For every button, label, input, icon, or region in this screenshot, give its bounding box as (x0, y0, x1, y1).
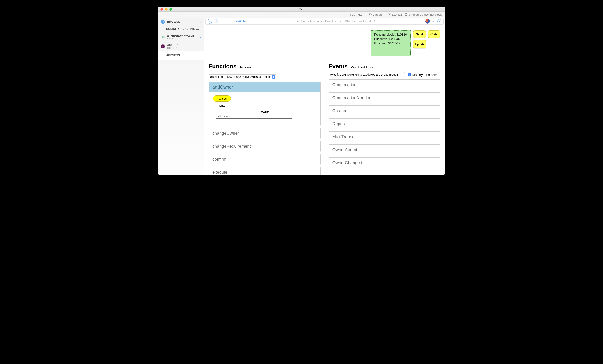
augur-balance: 200 REP (167, 47, 178, 49)
svg-line-3 (163, 22, 163, 22)
function-name: addOwner (209, 82, 320, 92)
sidebar-item-eth-wallet[interactable]: Ξ ΞTHEREUM WALLET 6.64k ETH ⌄ (158, 32, 204, 42)
app-window: Mist TEST-NET | 2 peers | 110,325 3 minu… (158, 7, 445, 175)
event-name: ConfirmationNeeded (329, 93, 440, 103)
update-button[interactable]: Update (413, 40, 427, 48)
sidebar-item-augur[interactable]: ⬨ AUGUR 200 REP ⌄ (158, 42, 204, 51)
traffic-lights (158, 8, 172, 11)
display-all-blocks-label[interactable]: Display all blocks (408, 73, 438, 77)
titlebar: Mist (158, 7, 445, 12)
window-title: Mist (299, 7, 304, 11)
event-panel[interactable]: Confirmation (329, 79, 441, 90)
owner-address-input[interactable] (216, 114, 292, 119)
event-panel[interactable]: ConfirmationNeeded (329, 92, 441, 103)
close-window-button[interactable] (160, 8, 163, 11)
reload-button[interactable] (214, 19, 218, 23)
solidity-label: SOLIDITY REALTIME … (166, 27, 199, 31)
account-label: Account: (240, 65, 253, 69)
page-content: Pending block #110326 Difficulty: 602384… (204, 26, 445, 175)
augur-icon: ⬨ (161, 44, 165, 48)
inputs-fieldset: Inputs _owner (213, 104, 316, 121)
watch-address-label: Watch address: (351, 65, 374, 69)
clock-icon (405, 13, 408, 16)
function-panel[interactable]: execute (209, 167, 321, 175)
inputs-legend: Inputs (216, 104, 226, 107)
event-name: Confirmation (329, 79, 440, 90)
event-panel[interactable]: OwnerAdded (329, 144, 441, 155)
augur-label: AUGUR (167, 44, 178, 47)
eth-balance: 6.64k ETH (167, 37, 196, 40)
search-icon (161, 20, 165, 24)
sidebar-item-browse[interactable]: BROWSE ⌄ (158, 18, 204, 26)
sidebar-item-solidity[interactable]: SOLIDITY REALTIME … (158, 26, 204, 32)
status-bar: TEST-NET | 2 peers | 110,325 3 minutes s… (158, 12, 445, 18)
svg-point-2 (162, 21, 163, 22)
abi2html-label: ABI2HTML (166, 54, 181, 57)
function-panel[interactable]: changeRequirement (209, 141, 321, 152)
event-panel[interactable]: Deposit (329, 118, 441, 129)
main-pane: ← abi2html ▸ Users ▸ frozeman ▸ Download… (204, 18, 445, 175)
pending-block-box: Pending block #110326 Difficulty: 602384… (371, 31, 411, 56)
peers-status: 2 peers (369, 13, 383, 16)
eth-wallet-label: ΞTHEREUM WALLET (167, 34, 196, 37)
url-bar: ← abi2html ▸ Users ▸ frozeman ▸ Download… (206, 18, 443, 25)
events-column: Events Watch address: Display all blocks… (329, 63, 441, 175)
browse-label: BROWSE (167, 20, 180, 23)
layers-icon (388, 13, 391, 16)
display-all-blocks-checkbox[interactable] (408, 73, 411, 76)
function-name: confirm (209, 154, 320, 165)
pending-block-line: Pending block #110326 (374, 33, 408, 37)
account-identicon[interactable] (425, 19, 430, 23)
back-button[interactable]: ← (208, 19, 212, 23)
svg-marker-0 (388, 13, 391, 15)
event-name: MultiTransact (329, 132, 440, 142)
minimize-window-button[interactable] (165, 8, 168, 11)
ethereum-icon: Ξ (161, 35, 165, 39)
chevron-down-icon: ⌄ (200, 45, 202, 48)
sidebar-item-abi2html[interactable]: ABI2HTML (158, 51, 204, 60)
account-select[interactable]: 0x93e415b236292b839068aac3026db0b837f8fa… (209, 74, 276, 79)
function-panel-addowner[interactable]: addOwner Transact Inputs _owner (209, 82, 321, 126)
function-panel[interactable]: changeOwner (209, 128, 321, 139)
event-name: OwnerAdded (329, 144, 440, 155)
block-count: 110,325 (388, 13, 402, 16)
send-button[interactable]: Send (413, 31, 426, 38)
account-value: 0x93e415b236292b839068aac3026db0b837f8fa… (210, 75, 271, 78)
input-name-label: _owner (216, 110, 313, 113)
code-button[interactable]: Code (428, 31, 440, 38)
breadcrumb: ▸ Users ▸ frozeman ▸ Downloads ▸ abi2htm… (298, 20, 375, 23)
event-name: Deposit (329, 119, 440, 129)
function-name: execute (209, 167, 320, 175)
function-name: changeOwner (209, 128, 320, 139)
event-panel[interactable]: MultiTransact (329, 131, 441, 142)
watch-address-input[interactable] (329, 72, 405, 77)
function-panel[interactable]: confirm (209, 154, 321, 165)
signal-icon (369, 13, 372, 16)
event-panel[interactable]: Created (329, 105, 441, 116)
event-name: OwnerChanged (329, 158, 440, 168)
zoom-window-button[interactable] (169, 8, 172, 11)
sidebar: BROWSE ⌄ SOLIDITY REALTIME … Ξ ΞTHEREUM … (158, 18, 204, 175)
functions-title: Functions (209, 63, 236, 70)
pending-gas-limit-line: Gas limit: 3141592 (374, 41, 408, 46)
network-label: TEST-NET (349, 13, 364, 16)
close-tab-button[interactable]: ✕ (438, 19, 441, 23)
time-since-block: 3 minutes since last block (405, 13, 442, 16)
url-app-name: abi2html (236, 20, 247, 23)
chevron-down-icon: ⌄ (200, 36, 202, 39)
events-title: Events (329, 63, 348, 70)
event-panel[interactable]: OwnerChanged (329, 157, 441, 168)
function-name: changeRequirement (209, 141, 320, 152)
key-icon[interactable] (432, 20, 435, 23)
chevron-down-icon: ⌄ (200, 20, 202, 23)
pending-difficulty-line: Difficulty: 6023846 (374, 37, 408, 42)
stepper-icon (272, 75, 275, 79)
transact-button[interactable]: Transact (213, 96, 231, 101)
svg-point-4 (432, 21, 434, 22)
event-name: Created (329, 106, 440, 116)
functions-column: Functions Account: 0x93e415b236292b83906… (209, 63, 321, 175)
